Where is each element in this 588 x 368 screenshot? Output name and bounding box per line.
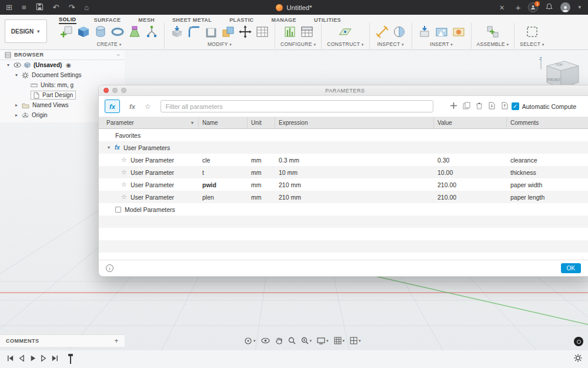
param-expression[interactable]: 210 mm (275, 181, 434, 188)
info-icon[interactable]: i (106, 264, 113, 272)
user-menu-chevron-icon[interactable]: ▾ (578, 5, 581, 10)
table-row[interactable]: ☆ User Parameter plen mm 210 mm 210.00 p… (99, 191, 588, 203)
create-cylinder-icon[interactable] (93, 25, 108, 39)
root-component-label[interactable]: (Unsaved) (34, 62, 62, 68)
ok-button[interactable]: OK (561, 263, 581, 273)
import-parameters-icon[interactable] (488, 101, 496, 112)
section-analysis-icon[interactable] (392, 25, 406, 39)
grid-snaps-icon[interactable]: ▾ (334, 337, 345, 344)
favorite-star-icon[interactable]: ☆ (121, 168, 127, 176)
workspace-selector-button[interactable]: DESIGN ▾ (5, 19, 47, 43)
create-loft-icon[interactable] (128, 25, 142, 39)
viewports-icon[interactable]: ▾ (350, 337, 361, 344)
browser-header[interactable]: BROWSER − (0, 50, 125, 60)
param-name[interactable]: plen (199, 194, 248, 201)
column-parameter[interactable]: Parameter ▾ (99, 117, 199, 128)
comments-panel[interactable]: COMMENTS + (0, 334, 125, 347)
combine-icon[interactable] (221, 25, 235, 39)
measure-icon[interactable] (375, 25, 389, 39)
param-comments[interactable]: paper width (507, 181, 588, 188)
table-row[interactable]: ☆ User Parameter pwid mm 210 mm 210.00 p… (99, 178, 588, 191)
caret-down-icon[interactable]: ▾ (326, 339, 329, 343)
visibility-eye-icon[interactable] (14, 62, 21, 68)
group-modify-label[interactable]: MODIFY ▾ (208, 41, 232, 47)
caret-down-icon[interactable]: ▾ (253, 339, 256, 343)
zoom-icon[interactable] (288, 337, 296, 344)
filter-parameters-input[interactable] (161, 100, 433, 112)
create-torus-icon[interactable] (111, 25, 125, 39)
fit-icon[interactable]: ▾ (301, 337, 312, 344)
automatic-compute-toggle[interactable]: ✓ Automatic Compute (512, 102, 586, 110)
group-create-label[interactable]: CREATE ▾ (96, 41, 121, 47)
column-comments[interactable]: Comments (507, 117, 588, 128)
column-expression[interactable]: Expression (275, 117, 434, 128)
param-expression[interactable]: 0.3 mm (275, 157, 434, 164)
step-forward-icon[interactable] (39, 354, 48, 365)
group-select-label[interactable]: SELECT ▾ (520, 41, 544, 47)
section-row-model-parameters[interactable]: Model Parameters (99, 203, 588, 216)
export-parameters-icon[interactable] (501, 101, 509, 112)
capture-position-icon[interactable]: ◉ (66, 62, 71, 68)
origin-label[interactable]: Origin (32, 112, 48, 118)
display-settings-icon[interactable]: ▾ (317, 337, 329, 344)
shell-icon[interactable] (204, 25, 218, 39)
param-comments[interactable]: clearance (507, 157, 588, 164)
user-avatar[interactable] (560, 2, 570, 12)
skip-to-start-icon[interactable] (6, 354, 15, 365)
browser-row-document-settings[interactable]: ▾ Document Settings (0, 70, 125, 80)
group-inspect-label[interactable]: INSPECT ▾ (377, 41, 403, 47)
fillet-icon[interactable] (187, 25, 201, 39)
group-insert-label[interactable]: INSERT ▾ (430, 41, 453, 47)
create-derive-icon[interactable] (145, 25, 159, 39)
play-icon[interactable] (28, 354, 37, 365)
param-name[interactable]: pwid (199, 181, 248, 188)
assistant-icon[interactable] (574, 337, 583, 346)
favorites-filter-star-icon[interactable]: ☆ (145, 102, 151, 111)
add-comment-icon[interactable]: + (114, 337, 119, 345)
caret-down-icon[interactable]: ▾ (106, 145, 111, 150)
caret-right-icon[interactable]: ▸ (14, 112, 19, 118)
create-box-icon[interactable] (76, 25, 91, 39)
column-value[interactable]: Value (434, 117, 507, 128)
section-row-user-parameters[interactable]: ▾ fx User Parameters (99, 141, 588, 154)
orbit-icon[interactable]: ▾ (244, 337, 256, 345)
joint-icon[interactable] (486, 25, 500, 39)
data-panel-icon[interactable]: ⊞ (6, 4, 12, 11)
document-settings-label[interactable]: Document Settings (32, 72, 82, 78)
duplicate-parameter-icon[interactable] (463, 101, 470, 112)
param-expression[interactable]: 10 mm (275, 169, 434, 176)
caret-down-icon[interactable]: ▾ (359, 339, 361, 343)
part-design-selected-box[interactable]: Part Design (31, 91, 76, 100)
param-name[interactable]: cle (199, 157, 248, 164)
caret-right-icon[interactable]: ▸ (14, 102, 19, 108)
favorite-star-icon[interactable]: ☆ (121, 156, 127, 164)
notifications-bell-icon[interactable] (546, 3, 553, 12)
group-construct-label[interactable]: CONSTRUCT ▾ (327, 41, 363, 47)
param-comments[interactable]: thickness (507, 169, 588, 176)
group-assemble-label[interactable]: ASSEMBLE ▾ (477, 41, 509, 47)
undo-icon[interactable]: ↶ (53, 4, 59, 11)
skip-to-end-icon[interactable] (51, 354, 59, 365)
table-row[interactable]: ☆ User Parameter cle mm 0.3 mm 0.30 clea… (99, 154, 588, 166)
column-name[interactable]: Name (199, 117, 248, 128)
filter-caret-icon[interactable]: ▾ (190, 120, 195, 125)
configure-icon[interactable] (283, 25, 297, 39)
configuration-table-icon[interactable] (300, 25, 314, 39)
add-parameter-icon[interactable] (450, 101, 457, 112)
all-parameters-filter-button[interactable]: fx (105, 100, 120, 113)
close-tab-icon[interactable]: × (500, 4, 505, 12)
caret-down-icon[interactable]: ▾ (6, 62, 11, 68)
collaboration-button[interactable]: 1 (528, 2, 538, 12)
units-label[interactable]: Units: mm, g (41, 82, 74, 88)
delete-parameter-icon[interactable] (476, 101, 483, 112)
param-expression[interactable]: 210 mm (275, 194, 434, 201)
new-component-icon[interactable] (59, 25, 74, 39)
dialog-titlebar[interactable]: PARAMETERS (99, 85, 588, 96)
browser-row-root[interactable]: ▾ (Unsaved) ◉ (0, 60, 125, 70)
press-pull-icon[interactable] (170, 25, 184, 39)
construction-plane-icon[interactable] (338, 25, 352, 39)
insert-decal-icon[interactable] (452, 25, 466, 39)
change-parameters-icon[interactable] (255, 25, 269, 39)
pan-icon[interactable] (275, 337, 283, 344)
minimize-window-button[interactable] (112, 88, 118, 93)
